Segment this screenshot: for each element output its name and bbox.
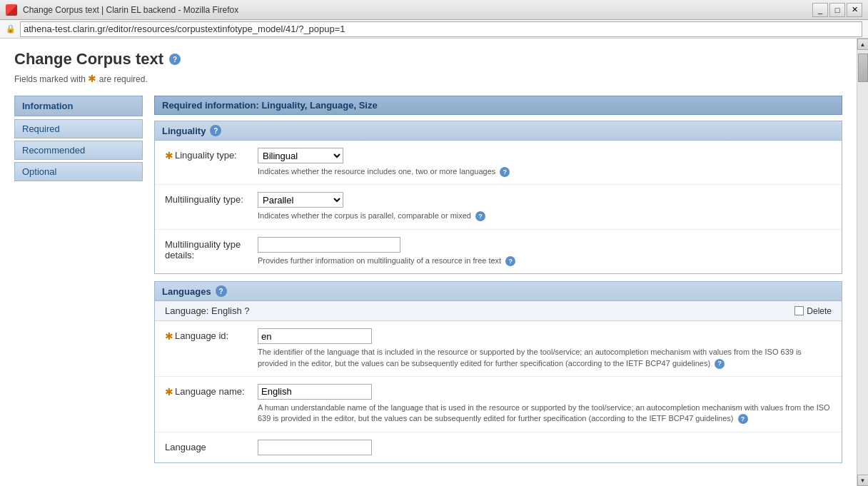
address-bar-input[interactable] — [20, 21, 862, 37]
multilinguality-hint-icon[interactable]: ? — [475, 211, 485, 221]
required-note: Fields marked with ✱ are required. — [14, 73, 842, 84]
browser-titlebar: Change Corpus text | Clarin EL backend -… — [0, 0, 868, 20]
language-name-hint-icon[interactable]: ? — [738, 414, 748, 424]
linguality-type-row: ✱ Linguality type: Monolingual Bilingual… — [155, 141, 842, 185]
multilinguality-type-row: Multilinguality type: Parallel Comparabl… — [155, 185, 842, 229]
linguality-type-hint: Indicates whether the resource includes … — [258, 166, 832, 177]
languages-help-icon[interactable]: ? — [216, 285, 227, 297]
content-layout: Information Required Recommended Optiona… — [14, 96, 842, 470]
lock-icon: 🔒 — [6, 24, 16, 34]
linguality-type-label: ✱ Linguality type: — [165, 148, 258, 161]
page-help-icon[interactable]: ? — [169, 54, 181, 65]
language-script-field — [258, 440, 832, 455]
scrollbar-up-button[interactable]: ▲ — [857, 39, 869, 50]
close-button[interactable]: ✕ — [847, 3, 862, 17]
language-name-row: ✱ Language name: A human understandable … — [155, 377, 842, 432]
multilinguality-type-field: Parallel Comparable Mixed Indicates whet… — [258, 192, 832, 221]
browser-title: Change Corpus text | Clarin EL backend -… — [23, 5, 238, 15]
linguality-help-icon[interactable]: ? — [210, 125, 221, 136]
multilinguality-type-label: Multilinguality type: — [165, 192, 258, 205]
main-content: Change Corpus text ? Fields marked with … — [0, 39, 857, 486]
language-name-hint: A human understandable name of the langu… — [258, 403, 832, 425]
browser-controls: _ □ ✕ — [812, 3, 862, 17]
sidebar-item-optional[interactable]: Optional — [14, 162, 143, 181]
language-script-label: Language — [165, 440, 258, 452]
required-section-header: Required information: Linguality, Langua… — [154, 96, 842, 115]
languages-section: Languages ? Language: English ? Delete — [154, 281, 842, 463]
browser-addressbar: 🔒 — [0, 20, 868, 39]
multilinguality-details-hint: Provides further information on multilin… — [258, 255, 832, 266]
language-name-input[interactable] — [258, 384, 372, 400]
multilinguality-details-input[interactable] — [258, 237, 400, 253]
page-title-text: Change Corpus text — [14, 50, 163, 69]
language-name-label: ✱ Language name: — [165, 384, 258, 398]
language-id-hint-icon[interactable]: ? — [715, 359, 725, 369]
language-id-label: ✱ Language id: — [165, 328, 258, 342]
multilinguality-details-label: Multilinguality type details: — [165, 237, 258, 260]
language-name-field: A human understandable name of the langu… — [258, 384, 832, 425]
delete-checkbox[interactable] — [794, 306, 804, 315]
multilinguality-type-hint: Indicates whether the corpus is parallel… — [258, 211, 832, 221]
page-title-container: Change Corpus text ? — [14, 50, 842, 69]
language-id-input[interactable] — [258, 328, 372, 344]
language-id-field: The identifier of the language that is i… — [258, 328, 832, 369]
multilinguality-details-field: Provides further information on multilin… — [258, 237, 832, 266]
form-section: Required information: Linguality, Langua… — [154, 96, 842, 470]
sidebar-item-required[interactable]: Required — [14, 119, 143, 138]
language-script-row: Language — [155, 432, 842, 462]
sidebar-header: Information — [14, 96, 143, 116]
minimize-button[interactable]: _ — [812, 3, 828, 17]
linguality-type-field: Monolingual Bilingual Multilingual Indic… — [258, 148, 832, 177]
sidebar: Information Required Recommended Optiona… — [14, 96, 143, 470]
linguality-hint-icon[interactable]: ? — [500, 167, 510, 177]
page-container: Change Corpus text ? Fields marked with … — [0, 39, 868, 486]
language-english-header: Language: English ? Delete — [155, 301, 842, 321]
linguality-section-header: Linguality ? — [155, 121, 842, 141]
language-id-row: ✱ Language id: The identifier of the lan… — [155, 321, 842, 377]
scrollbar-thumb[interactable] — [858, 54, 868, 82]
language-script-input[interactable] — [258, 440, 372, 455]
scrollbar-down-button[interactable]: ▼ — [857, 475, 869, 486]
scrollbar[interactable]: ▲ ▼ — [857, 39, 868, 486]
scrollbar-track[interactable] — [857, 50, 868, 475]
multilinguality-details-hint-icon[interactable]: ? — [505, 256, 515, 266]
maximize-button[interactable]: □ — [829, 3, 845, 17]
multilinguality-details-row: Multilinguality type details: Provides f… — [155, 230, 842, 273]
linguality-section: Linguality ? ✱ Linguality type: Monoling… — [154, 121, 842, 274]
browser-favicon — [6, 4, 17, 16]
linguality-type-select[interactable]: Monolingual Bilingual Multilingual — [258, 148, 343, 163]
languages-section-header: Languages ? — [155, 282, 842, 301]
sidebar-item-recommended[interactable]: Recommended — [14, 141, 143, 160]
delete-button[interactable]: Delete — [794, 306, 832, 316]
language-id-hint: The identifier of the language that is i… — [258, 347, 832, 369]
multilinguality-type-select[interactable]: Parallel Comparable Mixed — [258, 192, 343, 208]
